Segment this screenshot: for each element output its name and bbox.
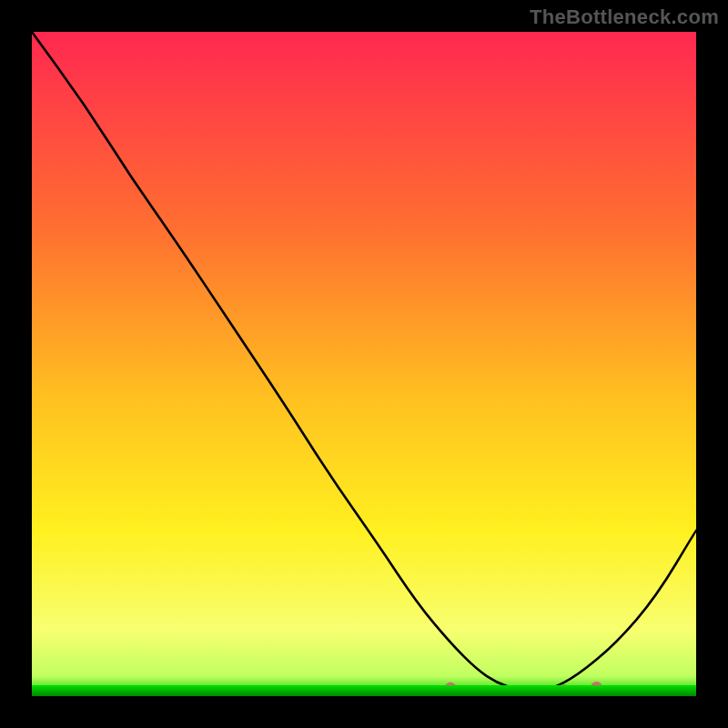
watermark-text: TheBottleneck.com: [530, 5, 719, 29]
optimal-zone-band: [32, 685, 696, 696]
chart-container: TheBottleneck.com: [0, 0, 728, 728]
plot-area: [32, 32, 696, 696]
gradient-background: [32, 32, 696, 696]
chart-svg: [32, 32, 696, 696]
